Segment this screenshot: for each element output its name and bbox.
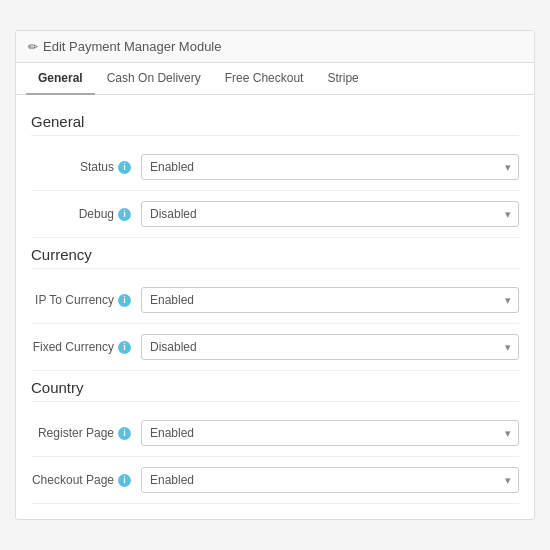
- tab-free-checkout[interactable]: Free Checkout: [213, 63, 316, 95]
- label-text: Status: [80, 160, 114, 174]
- info-icon[interactable]: i: [118, 294, 131, 307]
- info-icon[interactable]: i: [118, 474, 131, 487]
- select-fixed-currency[interactable]: EnabledDisabled: [141, 334, 519, 360]
- info-icon[interactable]: i: [118, 427, 131, 440]
- select-checkout-page[interactable]: EnabledDisabled: [141, 467, 519, 493]
- select-wrapper-checkout-page: EnabledDisabled: [141, 467, 519, 493]
- panel-body: GeneralStatusiEnabledDisabledDebugiEnabl…: [16, 95, 534, 519]
- tab-stripe[interactable]: Stripe: [315, 63, 370, 95]
- info-icon[interactable]: i: [118, 341, 131, 354]
- tabs-bar: GeneralCash On DeliveryFree CheckoutStri…: [16, 63, 534, 95]
- section-title-currency: Currency: [31, 238, 519, 269]
- field-label-ip-to-currency: IP To Currencyi: [31, 293, 141, 307]
- field-label-fixed-currency: Fixed Currencyi: [31, 340, 141, 354]
- field-label-status: Statusi: [31, 160, 141, 174]
- tab-general[interactable]: General: [26, 63, 95, 95]
- label-text: IP To Currency: [35, 293, 114, 307]
- form-group-ip-to-currency: IP To CurrencyiEnabledDisabled: [31, 277, 519, 324]
- section-title-country: Country: [31, 371, 519, 402]
- panel-title: Edit Payment Manager Module: [43, 39, 221, 54]
- section-title-general: General: [31, 105, 519, 136]
- section-country: Register PageiEnabledDisabledCheckout Pa…: [31, 410, 519, 504]
- select-wrapper-status: EnabledDisabled: [141, 154, 519, 180]
- field-label-debug: Debugi: [31, 207, 141, 221]
- info-icon[interactable]: i: [118, 161, 131, 174]
- field-label-register-page: Register Pagei: [31, 426, 141, 440]
- panel-header: ✏ Edit Payment Manager Module: [16, 31, 534, 63]
- panel: ✏ Edit Payment Manager Module GeneralCas…: [15, 30, 535, 520]
- select-ip-to-currency[interactable]: EnabledDisabled: [141, 287, 519, 313]
- select-register-page[interactable]: EnabledDisabled: [141, 420, 519, 446]
- select-status[interactable]: EnabledDisabled: [141, 154, 519, 180]
- pencil-icon: ✏: [28, 40, 38, 54]
- select-wrapper-ip-to-currency: EnabledDisabled: [141, 287, 519, 313]
- field-label-checkout-page: Checkout Pagei: [31, 473, 141, 487]
- select-wrapper-register-page: EnabledDisabled: [141, 420, 519, 446]
- select-debug[interactable]: EnabledDisabled: [141, 201, 519, 227]
- label-text: Register Page: [38, 426, 114, 440]
- select-wrapper-fixed-currency: EnabledDisabled: [141, 334, 519, 360]
- form-group-status: StatusiEnabledDisabled: [31, 144, 519, 191]
- label-text: Checkout Page: [32, 473, 114, 487]
- info-icon[interactable]: i: [118, 208, 131, 221]
- form-group-register-page: Register PageiEnabledDisabled: [31, 410, 519, 457]
- form-group-debug: DebugiEnabledDisabled: [31, 191, 519, 238]
- section-currency: IP To CurrencyiEnabledDisabledFixed Curr…: [31, 277, 519, 371]
- form-group-fixed-currency: Fixed CurrencyiEnabledDisabled: [31, 324, 519, 371]
- label-text: Debug: [79, 207, 114, 221]
- tab-cash-on-delivery[interactable]: Cash On Delivery: [95, 63, 213, 95]
- label-text: Fixed Currency: [33, 340, 114, 354]
- select-wrapper-debug: EnabledDisabled: [141, 201, 519, 227]
- form-group-checkout-page: Checkout PageiEnabledDisabled: [31, 457, 519, 504]
- section-general: StatusiEnabledDisabledDebugiEnabledDisab…: [31, 144, 519, 238]
